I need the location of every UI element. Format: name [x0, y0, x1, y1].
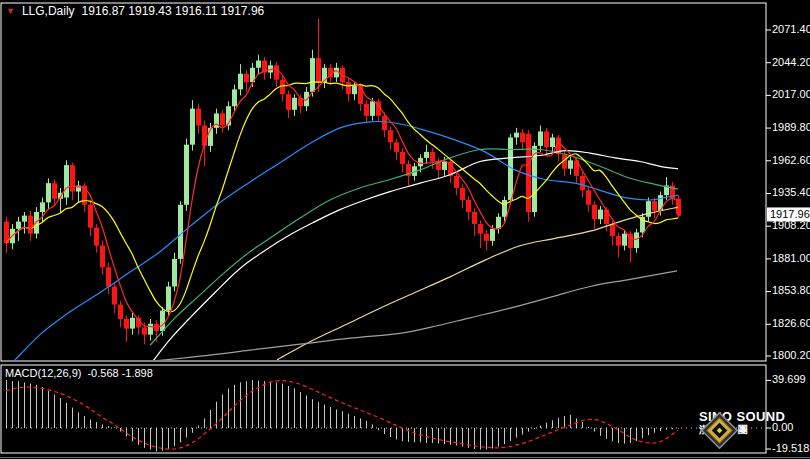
price-axis-label: 2044.20: [772, 56, 810, 68]
price-axis-label: 1935.40: [772, 186, 810, 198]
candle-bear: [112, 287, 117, 305]
candle-bear: [478, 224, 483, 234]
candle-bear: [28, 216, 33, 234]
chart-title-bar: ▼ LLG,Daily 1916.87 1919.43 1916.11 1917…: [6, 4, 264, 18]
ohlc-values-label: 1916.87 1919.43 1916.11 1917.96: [82, 4, 265, 18]
candle-bull: [172, 259, 177, 287]
candle-bear: [676, 199, 681, 215]
candle-bear: [610, 224, 615, 236]
macd-indicator-label: MACD(12,26,9) -0.568 -1.898: [5, 367, 153, 379]
candle-bear: [94, 228, 99, 246]
candle-bear: [460, 188, 465, 200]
sino-sound-logo: SINO SOUND 漢聲集團: [699, 410, 785, 435]
macd-histogram: [7, 380, 679, 451]
symbol-timeframe-label: LLG,Daily: [22, 4, 75, 18]
candle-bear: [382, 116, 387, 130]
candle-bear: [592, 205, 597, 219]
candle-bull: [538, 131, 543, 145]
candle-bear: [484, 234, 489, 241]
candle-bull: [352, 86, 357, 94]
candle-bull: [622, 234, 627, 246]
ma-gray: [60, 271, 677, 364]
collapse-triangle-icon[interactable]: ▼: [6, 6, 15, 16]
candle-bear: [616, 236, 621, 246]
macd-pane: [1, 380, 766, 451]
candle-bear: [544, 131, 549, 147]
price-axis-label: 1826.60: [772, 317, 810, 329]
candle-bull: [160, 311, 165, 331]
price-axis-label: 2017.00: [772, 88, 810, 100]
candle-bull: [184, 145, 189, 205]
candle-bear: [220, 113, 225, 125]
candle-bear: [400, 152, 405, 164]
candle-bull: [496, 217, 501, 229]
price-axis-label: 1989.80: [772, 121, 810, 133]
candle-bull: [634, 232, 639, 248]
candles-layer: [4, 18, 681, 344]
candle-bull: [442, 162, 447, 170]
macd-values-label: -0.568 -1.898: [87, 367, 152, 379]
candle-bull: [502, 200, 507, 217]
pane-frames: [0, 3, 810, 458]
candle-bear: [364, 104, 369, 116]
candle-bear: [286, 94, 291, 110]
candle-bear: [652, 201, 657, 211]
candle-bear: [142, 327, 147, 334]
candle-bull: [148, 324, 153, 335]
candle-bull: [166, 287, 171, 311]
candle-bear: [70, 165, 75, 191]
candle-bear: [520, 133, 525, 143]
sino-sound-diamond-icon: [699, 410, 740, 451]
price-axis-label: 2071.40: [772, 23, 810, 35]
candle-bear: [274, 65, 279, 79]
macd-axis-label: -19.518: [772, 442, 809, 454]
candle-bull: [40, 202, 45, 212]
candle-bull: [46, 183, 51, 202]
candle-bear: [244, 74, 249, 82]
candle-bull: [256, 61, 261, 68]
price-axis-label: 1800.20: [772, 349, 810, 361]
candle-bull: [424, 152, 429, 158]
candle-bull: [598, 210, 603, 220]
candle-bull: [190, 109, 195, 145]
candle-bull: [22, 216, 27, 222]
candle-bull: [16, 222, 21, 229]
candle-bear: [604, 210, 609, 224]
candle-bull: [310, 58, 315, 92]
candle-bear: [586, 190, 591, 204]
candle-bear: [118, 305, 123, 319]
macd-axis-label: 39.699: [772, 373, 806, 385]
candle-bear: [88, 205, 93, 228]
candle-bull: [370, 101, 375, 115]
current-price-tag: 1917.96: [767, 207, 810, 221]
candle-bull: [514, 133, 519, 138]
candle-bear: [346, 82, 351, 94]
candle-bull: [292, 98, 297, 110]
candle-bull: [130, 318, 135, 329]
price-axis[interactable]: 2071.402044.202017.001989.801962.601935.…: [766, 23, 810, 361]
candle-bull: [418, 158, 423, 166]
mt4-chart-window: 2071.402044.202017.001989.801962.601935.…: [0, 0, 810, 459]
candle-bear: [124, 319, 129, 329]
candle-bear: [388, 130, 393, 142]
candle-bear: [100, 246, 105, 268]
candle-bull: [550, 137, 555, 147]
candle-bull: [490, 229, 495, 241]
last-price-dot: [677, 212, 681, 216]
candle-bear: [454, 176, 459, 188]
candle-bear: [526, 134, 531, 212]
candle-bull: [238, 74, 243, 90]
candle-bull: [178, 205, 183, 259]
price-axis-label: 1962.60: [772, 154, 810, 166]
candle-bear: [280, 80, 285, 94]
candle-bull: [64, 165, 69, 197]
candle-bear: [106, 267, 111, 286]
price-chart-canvas[interactable]: 2071.402044.202017.001989.801962.601935.…: [0, 0, 810, 459]
candle-bull: [568, 160, 573, 168]
candle-bull: [232, 89, 237, 106]
candle-bear: [466, 200, 471, 212]
candle-bear: [394, 142, 399, 152]
price-tag-text: 1917.96: [770, 208, 810, 220]
candle-bear: [52, 183, 57, 199]
candle-bear: [316, 58, 321, 82]
